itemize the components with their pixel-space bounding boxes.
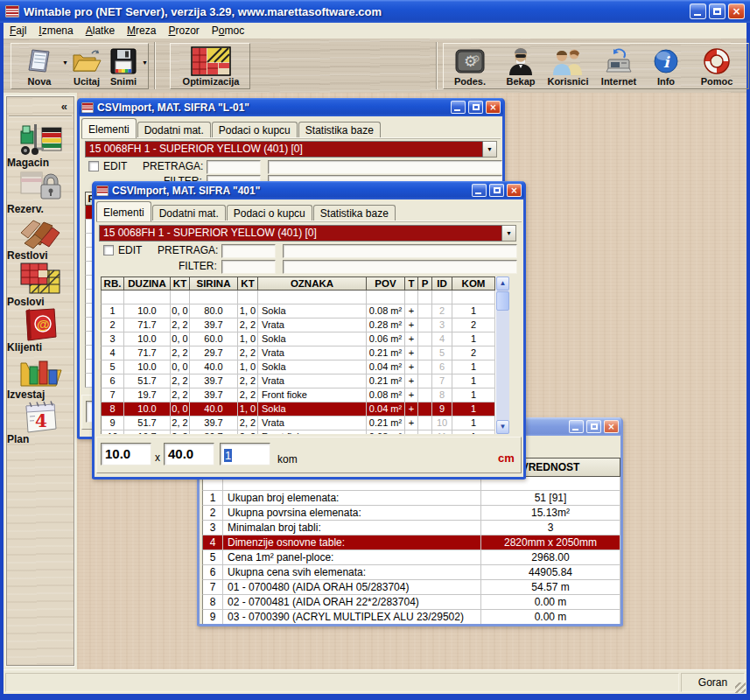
401-search-input-1[interactable]: [221, 244, 276, 258]
stats-table-row[interactable]: 4 Dimenzije osnovne table: 2820mm x 2050…: [202, 536, 620, 550]
maximize-button[interactable]: [709, 4, 725, 19]
scroll-down-button[interactable]: ▼: [496, 420, 509, 434]
column-header-oznaka[interactable]: OZNAKA: [258, 276, 367, 290]
menu-item-fajl[interactable]: Fajl: [4, 24, 32, 38]
help-button[interactable]: Pomoc: [692, 46, 741, 87]
internet-button[interactable]: Internet: [594, 46, 643, 87]
l01-close-button[interactable]: ×: [486, 101, 501, 114]
stats-table-row[interactable]: 3 Minimalan broj tabli: 3: [202, 521, 620, 536]
401-table-row[interactable]: 2 71.7 2, 2 39.7 2, 2 Vrata 0.28 m² + 3 …: [101, 318, 496, 332]
401-table-row[interactable]: 9 51.7 2, 2 39.7 2, 2 Vrata 0.21 m² + 10…: [101, 416, 496, 430]
stats-table-row[interactable]: 1 Ukupan broj elemenata: 51 [91]: [202, 491, 620, 506]
column-header-kom[interactable]: KOM: [452, 276, 495, 290]
401-table-row[interactable]: 10 19.7 2, 2 39.7 2, 2 Front fioke 0.08 …: [101, 430, 496, 434]
401-maximize-button[interactable]: [489, 184, 504, 197]
menu-item-pomoc[interactable]: Pomoc: [206, 24, 250, 38]
main-titlebar[interactable]: Wintable pro (NET Server), verzija 3.29,…: [0, 0, 750, 23]
info-button[interactable]: i Info: [648, 46, 683, 87]
401-table-row[interactable]: 8 10.0 0, 0 40.0 1, 0 Sokla 0.04 m² + 9 …: [101, 402, 496, 416]
401-table-scrollbar[interactable]: ▲ ▼: [496, 276, 509, 434]
stats-maximize-button[interactable]: [586, 420, 601, 433]
tab-podaci-o-kupcu[interactable]: Podaci o kupcu: [227, 205, 312, 221]
401-width-input[interactable]: 40.0: [164, 443, 214, 466]
scroll-up-button[interactable]: ▲: [496, 276, 509, 290]
close-button[interactable]: ×: [728, 4, 745, 19]
401-qty-input[interactable]: 1: [220, 443, 270, 466]
l01-maximize-button[interactable]: [468, 101, 483, 114]
sidebar-item-rezerv[interactable]: Rezerv.: [7, 170, 74, 203]
sidebar-item-izvestaj[interactable]: Izvestaj: [7, 355, 74, 388]
tab-dodatni-mat-[interactable]: Dodatni mat.: [137, 122, 211, 138]
stats-table-row[interactable]: 9 03 - 0700390 (ACRYL MULTIPLEX ALU 23/2…: [202, 610, 620, 624]
tab-elementi[interactable]: Elementi: [96, 201, 151, 221]
column-header-rb[interactable]: RB.: [101, 276, 124, 290]
401-table-row[interactable]: 3 10.0 0, 0 60.0 1, 0 Sokla 0.06 m² + 4 …: [101, 332, 496, 346]
401-table-row[interactable]: 6 51.7 2, 2 39.7 2, 2 Vrata 0.21 m² + 7 …: [101, 374, 496, 388]
scroll-thumb[interactable]: [496, 291, 509, 311]
column-header-pov[interactable]: POV: [367, 276, 405, 290]
backup-button[interactable]: Bekap: [501, 46, 540, 87]
tab-statistika-baze[interactable]: Statistika baze: [298, 122, 381, 138]
column-header-id[interactable]: ID: [432, 276, 452, 290]
tab-elementi[interactable]: Elementi: [81, 118, 137, 138]
401-material-dropdown[interactable]: 15 0068FH 1 - SUPERIOR YELLOW (401) [0] …: [99, 225, 516, 242]
stats-table-row[interactable]: 8 02 - 0700481 (AIDA ORAH 22*2/283704) 0…: [202, 595, 620, 610]
open-button[interactable]: Ucitaj: [67, 46, 106, 87]
stats-table-row[interactable]: 5 Cena 1m² panel-ploce: 2968.00: [202, 550, 620, 565]
l01-search-input-1[interactable]: [207, 160, 261, 174]
l01-minimize-button[interactable]: [451, 101, 466, 114]
401-length-input[interactable]: 10.0: [101, 443, 151, 466]
sidebar-item-plan[interactable]: 4 Plan: [7, 400, 74, 433]
stats-table-row[interactable]: 7 01 - 0700480 (AIDA ORAH 05/283704) 54.…: [202, 580, 620, 595]
optimize-button[interactable]: Optimizacija: [174, 46, 248, 87]
sidebar-collapse-button[interactable]: «: [61, 100, 67, 113]
tab-dodatni-mat-[interactable]: Dodatni mat.: [152, 205, 226, 221]
settings-button[interactable]: ⚙ ⚙ Podes.: [449, 46, 491, 87]
tab-statistika-baze[interactable]: Statistika baze: [313, 205, 396, 221]
l01-edit-checkbox[interactable]: [88, 161, 99, 172]
users-button[interactable]: Korisnici: [542, 46, 594, 87]
column-header-p[interactable]: P: [418, 276, 432, 290]
sidebar-item-klijenti[interactable]: @ Klijenti: [7, 308, 74, 341]
401-filter-input-2[interactable]: [283, 260, 517, 274]
tab-podaci-o-kupcu[interactable]: Podaci o kupcu: [212, 122, 298, 138]
401-minimize-button[interactable]: [472, 184, 487, 197]
resize-grip[interactable]: [735, 682, 746, 693]
sidebar-item-magacin[interactable]: Magacin: [7, 123, 74, 157]
menu-item-mreza[interactable]: Mreza: [121, 24, 162, 38]
column-header-duzina[interactable]: DUZINA: [124, 276, 171, 290]
menu-item-izmena[interactable]: Izmena: [32, 24, 79, 38]
sidebar-item-restlovi[interactable]: Restlovi: [7, 216, 74, 249]
401-filter-input-1[interactable]: [221, 260, 276, 274]
column-header-kt[interactable]: KT: [238, 276, 258, 290]
column-header-t[interactable]: T: [405, 276, 418, 290]
window-csvimport-401[interactable]: CSVImport, MAT. SIFRA "401" × ElementiDo…: [92, 181, 526, 480]
l01-dropdown-arrow[interactable]: ▼: [483, 141, 497, 158]
401-table-row[interactable]: 4 71.7 2, 2 29.7 2, 2 Vrata 0.21 m² + 5 …: [101, 346, 496, 360]
401-table-row[interactable]: 7 19.7 2, 2 39.7 2, 2 Front fioke 0.08 m…: [101, 388, 496, 402]
column-header-sirina[interactable]: SIRINA: [190, 276, 238, 290]
minimize-button[interactable]: [690, 4, 706, 19]
column-header-kt[interactable]: KT: [171, 276, 190, 290]
sidebar-item-poslovi[interactable]: Poslovi: [7, 262, 74, 296]
stats-table-row[interactable]: 2 Ukupna povrsina elemenata: 15.13m²: [202, 506, 620, 521]
menu-item-alatke[interactable]: Alatke: [80, 24, 121, 38]
stats-close-button[interactable]: ×: [604, 420, 619, 433]
401-table-row[interactable]: 1 10.0 0, 0 80.0 1, 0 Sokla 0.08 m² + 2 …: [101, 304, 496, 318]
menu-item-prozor[interactable]: Prozor: [162, 24, 205, 38]
info-icon: i: [648, 46, 683, 76]
l01-titlebar[interactable]: CSVImport, MAT. SIFRA "L-01" ×: [79, 98, 503, 116]
401-edit-checkbox[interactable]: [103, 245, 114, 256]
401-titlebar[interactable]: CSVImport, MAT. SIFRA "401" ×: [94, 181, 524, 200]
stats-table-row[interactable]: 6 Ukupna cena svih elemenata: 44905.84: [202, 565, 620, 580]
save-dropdown-arrow[interactable]: ▼: [142, 60, 148, 66]
save-button[interactable]: Snimi: [106, 46, 141, 87]
401-search-input-2[interactable]: [283, 244, 517, 258]
l01-search-input-2[interactable]: [268, 160, 502, 174]
stats-minimize-button[interactable]: [569, 420, 584, 433]
l01-material-dropdown[interactable]: 15 0068FH 1 - SUPERIOR YELLOW (401) [0] …: [85, 141, 497, 158]
401-table-row[interactable]: 5 10.0 0, 0 40.0 1, 0 Sokla 0.04 m² + 6 …: [101, 360, 496, 374]
401-close-button[interactable]: ×: [507, 184, 522, 197]
401-dropdown-arrow[interactable]: ▼: [502, 225, 516, 242]
new-button[interactable]: Nova: [17, 46, 62, 87]
